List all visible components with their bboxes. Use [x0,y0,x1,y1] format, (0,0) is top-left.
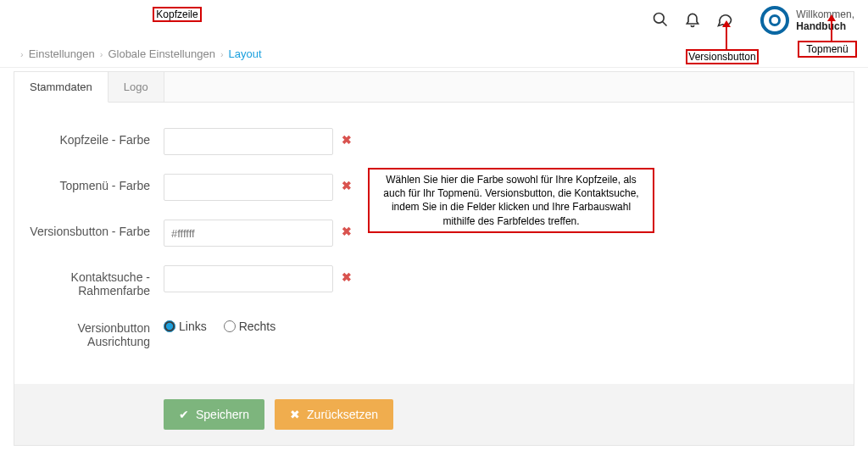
radio-links[interactable] [164,320,175,332]
tab-bar: Stammdaten Logo [14,72,854,103]
label-kopfzeile-farbe: Kopfzeile - Farbe [28,128,164,147]
clear-icon[interactable]: ✖ [342,225,352,238]
bell-icon[interactable] [684,11,701,31]
topbar: Willkommen, Handbuch [0,0,868,41]
annotation-note-text: Wählen Sie hier die Farbe sowohl für Ihr… [383,174,638,227]
welcome-text: Willkommen, Handbuch [796,8,854,33]
radio-links-text: Links [179,320,207,333]
chat-icon[interactable] [716,11,733,31]
radio-rechts[interactable] [224,320,236,332]
input-topmenu-farbe[interactable] [164,174,333,201]
label-kontaktsuche-rahmenfarbe: Kontaktsuche - Rahmenfarbe [28,265,164,297]
user-menu[interactable]: Willkommen, Handbuch [760,6,854,35]
save-button-label: Speichern [196,408,249,421]
clear-icon[interactable]: ✖ [342,270,352,284]
row-versionbutton-ausrichtung: Versionbutton Ausrichtung Links Rechts [28,316,840,348]
radio-rechts-label[interactable]: Rechts [224,320,276,333]
close-icon: ✖ [290,408,300,421]
reset-button[interactable]: ✖ Zurücksetzen [275,399,393,430]
avatar [760,6,789,35]
label-versionsbutton-farbe: Versionsbutton - Farbe [28,220,164,238]
topbar-icons: Willkommen, Handbuch [652,6,854,35]
welcome-label: Willkommen, [796,8,854,20]
reset-button-label: Zurücksetzen [307,408,378,421]
input-kontaktsuche-rahmenfarbe[interactable] [164,265,333,292]
breadcrumb-item-3[interactable]: Layout [229,47,262,60]
clear-icon[interactable]: ✖ [342,179,352,192]
input-versionsbutton-farbe[interactable] [164,220,333,247]
radio-rechts-text: Rechts [239,320,276,333]
tab-stammdaten[interactable]: Stammdaten [14,72,108,103]
search-icon[interactable] [652,11,669,31]
radio-links-label[interactable]: Links [164,320,207,333]
username: Handbuch [796,20,854,32]
check-icon: ✔ [179,408,189,421]
settings-panel: Stammdaten Logo Kopfzeile - Farbe ✖ Topm… [14,71,854,446]
svg-point-0 [654,13,665,23]
radio-group-ausrichtung: Links Rechts [164,316,275,333]
breadcrumb: › Einstellungen › Globale Einstellungen … [0,41,868,68]
tab-logo[interactable]: Logo [108,72,164,102]
breadcrumb-item-1[interactable]: Einstellungen [29,47,95,60]
annotation-note: Wählen Sie hier die Farbe sowohl für Ihr… [368,168,654,233]
row-kontaktsuche-rahmenfarbe: Kontaktsuche - Rahmenfarbe ✖ [28,265,840,297]
label-topmenu-farbe: Topmenü - Farbe [28,174,164,192]
save-button[interactable]: ✔ Speichern [164,399,264,430]
row-kopfzeile-farbe: Kopfzeile - Farbe ✖ [28,128,840,155]
chevron-right-icon: › [100,49,103,59]
chevron-right-icon: › [220,49,224,59]
input-kopfzeile-farbe[interactable] [164,128,333,155]
chevron-right-icon: › [20,49,24,59]
svg-line-1 [663,21,667,25]
clear-icon[interactable]: ✖ [342,133,352,147]
button-bar: ✔ Speichern ✖ Zurücksetzen [14,384,854,445]
breadcrumb-item-2[interactable]: Globale Einstellungen [108,47,214,60]
label-versionbutton-ausrichtung: Versionbutton Ausrichtung [28,316,164,348]
form-area: Kopfzeile - Farbe ✖ Topmenü - Farbe ✖ Ve… [14,103,854,384]
